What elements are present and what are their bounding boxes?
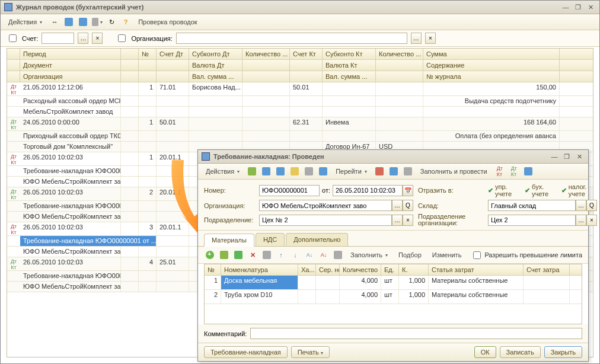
sklad-lookup[interactable]: … (576, 200, 586, 211)
fill-post-button[interactable]: Заполнить и провести (416, 166, 492, 177)
journal-header-cell[interactable]: Вал. сумма ... (323, 71, 376, 82)
doc-org-input[interactable] (259, 200, 392, 211)
doc-org-open[interactable]: Q (403, 200, 413, 211)
materials-header-cell[interactable]: Статья затрат (429, 264, 524, 275)
journal-header-cell[interactable] (157, 60, 189, 71)
podr-org-lookup[interactable]: … (576, 215, 586, 226)
journal-header-cell[interactable] (290, 71, 323, 82)
allow-exceed-checkbox[interactable]: Разрешить превышение лимита (471, 250, 582, 261)
materials-row[interactable]: 1Доска мебельная4,000шт1,000Материалы со… (205, 276, 582, 290)
row-edit-icon[interactable] (232, 249, 244, 261)
doc-actions-menu[interactable]: Действия (202, 166, 244, 177)
dk-icon-1[interactable]: ДтКт (494, 165, 506, 177)
journal-header-cell[interactable] (157, 71, 189, 82)
filter-icon[interactable] (63, 16, 75, 28)
sort-asc-icon[interactable]: A↓ (304, 249, 315, 261)
refresh-icon[interactable]: ↻ (106, 16, 117, 28)
save-button[interactable]: Записать (500, 346, 541, 358)
row-add-icon[interactable] (204, 249, 216, 261)
tab-nds[interactable]: НДС (256, 233, 285, 246)
date-input[interactable] (333, 185, 403, 196)
doc-org-lookup[interactable]: … (392, 200, 403, 211)
list-icon[interactable] (402, 165, 414, 177)
status-button[interactable]: Требование-накладная (204, 346, 288, 358)
journal-row[interactable]: Приходный кассовый ордер ТК00000001 ...О… (7, 131, 593, 142)
change-button[interactable]: Изменить (428, 250, 466, 260)
journal-header-cell[interactable]: Валюта Дт (189, 60, 242, 71)
row-down-icon[interactable]: ↓ (289, 249, 301, 261)
journal-header-cell[interactable]: Валюта Кт (323, 60, 376, 71)
journal-row[interactable]: Расходный кассовый ордер МСК00000001 ...… (7, 96, 593, 107)
row-delete-icon[interactable]: ✕ (247, 249, 258, 261)
basis-icon[interactable] (317, 165, 329, 177)
sort-desc-icon[interactable]: A↓ (318, 249, 330, 261)
journal-header-cell[interactable]: Период (20, 49, 121, 59)
journal-header-cell[interactable]: Счет Дт (157, 49, 189, 59)
print-button[interactable]: Печать (291, 346, 330, 358)
account-input[interactable] (42, 33, 74, 44)
journal-header-cell[interactable]: Субконто Кт (323, 49, 376, 59)
filter3-icon[interactable] (91, 16, 103, 28)
materials-row[interactable]: 2Труба хром D104,000шт1,000Материалы соб… (205, 290, 582, 304)
calendar-icon[interactable]: 📅 (403, 185, 413, 196)
materials-header-cell[interactable]: Счет затра (524, 264, 570, 275)
materials-header-cell[interactable]: Ед. (381, 264, 399, 275)
journal-header-cell[interactable]: Вал. сумма ... (189, 71, 242, 82)
podr-org-input[interactable] (488, 215, 576, 226)
number-input[interactable] (259, 185, 320, 196)
journal-header-cell[interactable]: № (139, 49, 157, 59)
materials-header-cell[interactable]: К. (399, 264, 429, 275)
struct-icon[interactable] (388, 165, 400, 177)
org-clear[interactable]: × (425, 33, 436, 44)
journal-header-cell[interactable] (139, 71, 157, 82)
account-checkbox[interactable] (9, 34, 17, 42)
minimize-button[interactable]: — (560, 4, 571, 11)
journal-header-cell[interactable] (139, 60, 157, 71)
close-doc-button[interactable]: Закрыть (544, 346, 582, 358)
nal-checkbox[interactable]: ✔налог. учете (561, 183, 597, 197)
account-lookup[interactable]: … (78, 33, 88, 44)
close-button[interactable]: ✕ (585, 4, 596, 11)
journal-header-cell[interactable]: Содержание (423, 60, 560, 71)
journal-row[interactable]: МебельСтройКомплект завод (7, 107, 593, 117)
journal-header-cell[interactable]: Документ (20, 60, 121, 71)
journal-header-cell[interactable]: Счет Кт (290, 49, 323, 59)
doc-minimize-button[interactable]: — (549, 153, 560, 160)
barcode-icon[interactable] (332, 249, 344, 261)
doc-maximize-button[interactable]: ❐ (561, 153, 572, 161)
check-entries-button[interactable]: Проверка проводок (134, 17, 201, 27)
filter2-icon[interactable] (77, 16, 89, 28)
actions-menu[interactable]: Действия (4, 17, 46, 27)
journal-header-cell[interactable]: Субконто Дт (189, 49, 242, 59)
help-icon[interactable]: ? (120, 16, 132, 28)
journal-header-cell[interactable] (242, 60, 290, 71)
sklad-input[interactable] (488, 200, 576, 211)
pick-button[interactable]: Подбор (394, 250, 426, 260)
add-icon[interactable] (246, 165, 258, 177)
journal-header-cell[interactable]: Количество ... (376, 49, 423, 59)
materials-header-cell[interactable]: № (205, 264, 221, 275)
maximize-button[interactable]: ❐ (573, 4, 583, 11)
row-end-icon[interactable] (261, 249, 273, 261)
journal-header-cell[interactable] (376, 71, 423, 82)
upr-checkbox[interactable]: ✔упр. учете (488, 183, 519, 197)
account-clear[interactable]: × (92, 33, 103, 44)
podr-lookup[interactable]: … (392, 215, 403, 226)
fill-menu[interactable]: Заполнить (346, 250, 392, 260)
dk-icon-2[interactable]: ДтКт (508, 165, 520, 177)
unpost-icon[interactable] (303, 165, 315, 177)
org-checkbox[interactable] (118, 34, 126, 42)
journal-header-cell[interactable] (121, 71, 139, 82)
buh-checkbox[interactable]: ✔бух. учете (525, 183, 556, 197)
journal-header-cell[interactable] (376, 60, 423, 71)
doc-close-button[interactable]: ✕ (574, 153, 585, 161)
post-icon[interactable] (289, 165, 301, 177)
nav-updown-icon[interactable]: ↔ (49, 16, 60, 28)
materials-header-cell[interactable]: Ха... (298, 264, 316, 275)
sklad-open[interactable]: Q (586, 200, 597, 211)
row-up-icon[interactable]: ↑ (275, 249, 287, 261)
journal-header-cell[interactable]: № журнала (423, 71, 560, 82)
materials-header-cell[interactable]: Сер. ном... (316, 264, 340, 275)
podr-clear[interactable]: × (403, 215, 413, 226)
ok-button[interactable]: ОК (474, 346, 496, 358)
